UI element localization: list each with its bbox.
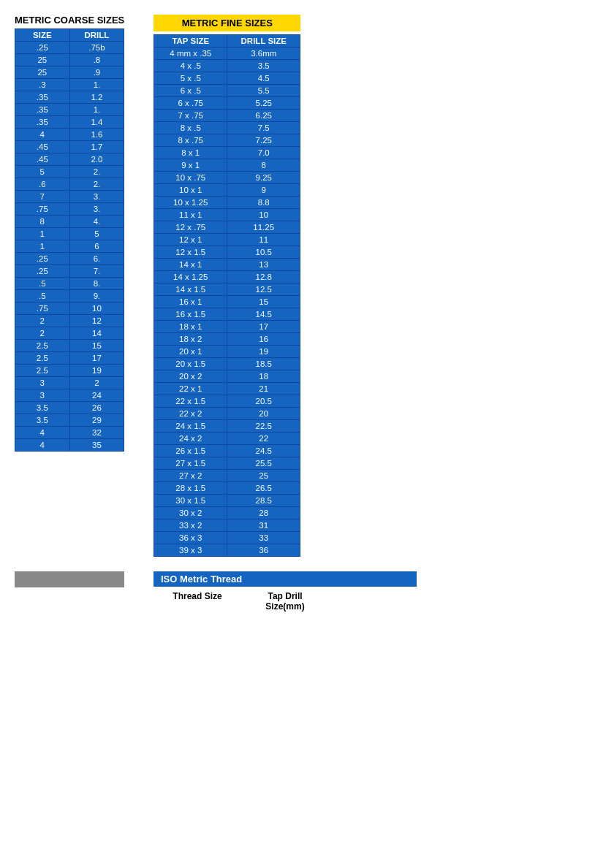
fine-cell: 18 x 1 — [154, 321, 227, 333]
coarse-cell: 2 — [15, 327, 70, 340]
fine-cell: 28 x 1.5 — [154, 482, 227, 495]
coarse-cell: 12 — [69, 315, 124, 327]
coarse-cell: 2. — [69, 178, 124, 191]
coarse-cell: 3 — [15, 377, 70, 389]
coarse-cell: 24 — [69, 389, 124, 402]
fine-cell: 10 x 1.25 — [154, 197, 227, 209]
coarse-cell: 6. — [69, 253, 124, 265]
coarse-cell: .35 — [15, 91, 70, 104]
fine-cell: 27 x 2 — [154, 470, 227, 482]
fine-cell: 18 — [227, 370, 300, 383]
fine-cell: 16 — [227, 333, 300, 346]
fine-cell: 14.5 — [227, 308, 300, 321]
coarse-cell: .35 — [15, 116, 70, 129]
coarse-title: METRIC COARSE SIZES — [15, 15, 124, 26]
coarse-header-size: SIZE — [15, 29, 70, 42]
coarse-cell: 2 — [69, 377, 124, 389]
fine-cell: 28 — [227, 507, 300, 519]
coarse-cell: 2 — [15, 315, 70, 327]
fine-cell: 26.5 — [227, 482, 300, 495]
fine-cell: 14 x 1 — [154, 259, 227, 271]
coarse-cell: 19 — [69, 365, 124, 377]
fine-cell: 36 — [227, 544, 300, 557]
fine-header-tap: TAP SIZE — [154, 35, 227, 47]
coarse-cell: 1. — [69, 104, 124, 116]
coarse-cell: 1.6 — [69, 129, 124, 141]
fine-cell: 8 x 1 — [154, 147, 227, 159]
coarse-cell: 6 — [69, 240, 124, 253]
fine-cell: 22.5 — [227, 420, 300, 433]
fine-cell: 24.5 — [227, 445, 300, 457]
fine-cell: 4.5 — [227, 72, 300, 85]
coarse-cell: 2.5 — [15, 352, 70, 365]
fine-cell: 15 — [227, 296, 300, 308]
fine-cell: 33 x 2 — [154, 519, 227, 532]
fine-cell: 26 x 1.5 — [154, 445, 227, 457]
fine-cell: 20 x 1.5 — [154, 358, 227, 370]
fine-cell: 5.25 — [227, 97, 300, 110]
fine-cell: 22 x 1 — [154, 383, 227, 395]
coarse-cell: 3 — [15, 389, 70, 402]
coarse-cell: 26 — [69, 402, 124, 414]
coarse-cell: .45 — [15, 141, 70, 153]
fine-cell: 12 x 1 — [154, 234, 227, 246]
fine-cell: 18 x 2 — [154, 333, 227, 346]
coarse-cell: .75 — [15, 203, 70, 216]
fine-cell: 16 x 1 — [154, 296, 227, 308]
fine-cell: 22 x 2 — [154, 408, 227, 420]
fine-cell: 22 — [227, 433, 300, 445]
fine-cell: 8 — [227, 159, 300, 172]
coarse-cell: 3. — [69, 203, 124, 216]
fine-cell: 14 x 1.25 — [154, 271, 227, 283]
coarse-cell: 1 — [15, 240, 70, 253]
coarse-cell: 25 — [15, 54, 70, 66]
fine-cell: 25.5 — [227, 457, 300, 470]
bottom-section: ISO Metric Thread Thread Size Tap Drill … — [15, 571, 599, 613]
fine-cell: 10 — [227, 209, 300, 221]
coarse-cell: .8 — [69, 54, 124, 66]
coarse-cell: 2.0 — [69, 153, 124, 166]
fine-cell: 21 — [227, 383, 300, 395]
fine-cell: 9 — [227, 184, 300, 197]
coarse-header-drill: DRILL — [69, 29, 124, 42]
fine-cell: 17 — [227, 321, 300, 333]
fine-cell: 39 x 3 — [154, 544, 227, 557]
coarse-cell: 3.5 — [15, 402, 70, 414]
coarse-cell: 9. — [69, 290, 124, 302]
coarse-section: METRIC COARSE SIZES SIZE DRILL .25.75b25… — [15, 15, 124, 452]
coarse-cell: 1. — [69, 79, 124, 91]
fine-cell: 10 x .75 — [154, 172, 227, 184]
fine-cell: 3.5 — [227, 60, 300, 72]
coarse-cell: .35 — [15, 104, 70, 116]
fine-cell: 12 x 1.5 — [154, 246, 227, 259]
fine-cell: 6 x .75 — [154, 97, 227, 110]
iso-headers: Thread Size Tap Drill Size(mm) — [154, 590, 417, 613]
fine-cell: 8 x .5 — [154, 122, 227, 134]
coarse-cell: .25 — [15, 265, 70, 278]
fine-cell: 6 x .5 — [154, 85, 227, 97]
fine-cell: 13 — [227, 259, 300, 271]
iso-title: ISO Metric Thread — [154, 571, 417, 587]
fine-cell: 7 x .75 — [154, 110, 227, 122]
fine-cell: 4 mm x .35 — [154, 47, 227, 60]
iso-col1: Thread Size — [154, 590, 241, 613]
fine-cell: 20 x 2 — [154, 370, 227, 383]
fine-cell: 5 x .5 — [154, 72, 227, 85]
fine-cell: 7.0 — [227, 147, 300, 159]
fine-cell: 12.5 — [227, 283, 300, 296]
coarse-cell: 29 — [69, 414, 124, 427]
fine-cell: 9.25 — [227, 172, 300, 184]
fine-cell: 16 x 1.5 — [154, 308, 227, 321]
fine-cell: 9 x 1 — [154, 159, 227, 172]
fine-cell: 11 — [227, 234, 300, 246]
iso-col2: Tap Drill Size(mm) — [241, 590, 329, 613]
fine-cell: 19 — [227, 346, 300, 358]
page: METRIC COARSE SIZES SIZE DRILL .25.75b25… — [15, 15, 599, 613]
coarse-cell: 15 — [69, 340, 124, 352]
coarse-cell: .45 — [15, 153, 70, 166]
fine-cell: 8.8 — [227, 197, 300, 209]
fine-cell: 4 x .5 — [154, 60, 227, 72]
coarse-cell: 1.2 — [69, 91, 124, 104]
coarse-cell: 4 — [15, 427, 70, 439]
fine-section: METRIC FINE SIZES TAP SIZE DRILL SIZE 4 … — [154, 15, 300, 557]
